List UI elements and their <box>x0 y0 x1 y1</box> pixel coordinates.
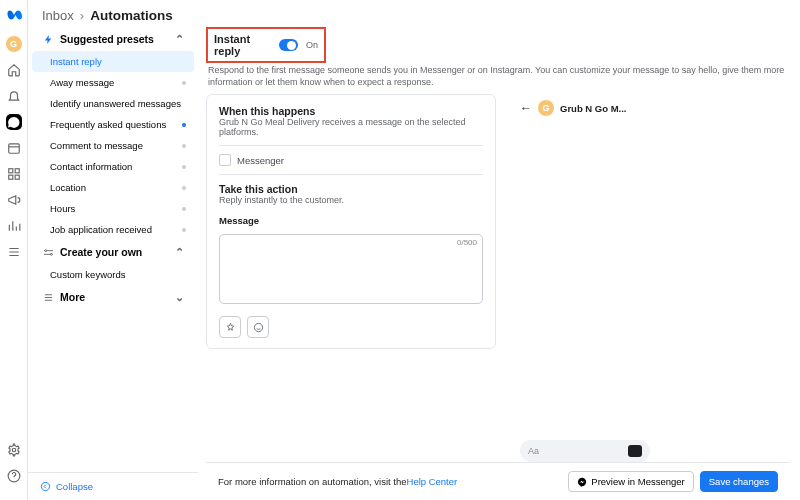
preview-avatar: G <box>538 100 554 116</box>
footer-info: For more information on automation, visi… <box>218 476 407 487</box>
sidebar-item-job[interactable]: Job application received <box>32 219 194 240</box>
checkbox-icon <box>219 154 231 166</box>
breadcrumb: Inbox › Automations <box>28 0 800 27</box>
create-header-label: Create your own <box>60 246 142 258</box>
automation-title: Instant reply <box>214 33 271 57</box>
emoji-button[interactable] <box>247 316 269 338</box>
presets-section-header[interactable]: Suggested presets ⌃ <box>32 27 194 51</box>
inbox-icon[interactable] <box>6 114 22 130</box>
svg-point-8 <box>50 253 52 255</box>
preview-business-name: Grub N Go M... <box>560 103 627 114</box>
breadcrumb-current: Automations <box>90 8 173 23</box>
svg-rect-3 <box>8 175 12 179</box>
messenger-icon <box>577 477 587 487</box>
collapse-icon <box>40 481 51 492</box>
svg-point-10 <box>41 482 49 490</box>
preview-placeholder: Aa <box>528 446 539 456</box>
message-textarea[interactable]: 0/500 <box>219 234 483 304</box>
editor-footer: For more information on automation, visi… <box>206 462 790 500</box>
bolt-icon <box>42 33 54 45</box>
channel-messenger[interactable]: Messenger <box>219 154 483 166</box>
grid-icon[interactable] <box>6 166 22 182</box>
megaphone-icon[interactable] <box>6 192 22 208</box>
more-section-header[interactable]: More ⌄ <box>32 285 194 309</box>
settings-icon[interactable] <box>6 442 22 458</box>
chevron-up-icon: ⌃ <box>175 246 184 258</box>
help-icon[interactable] <box>6 468 22 484</box>
svg-rect-2 <box>15 169 19 173</box>
action-desc: Reply instantly to the customer. <box>219 195 483 205</box>
chat-preview: ← G Grub N Go M... Aa <box>520 94 650 462</box>
menu-icon[interactable] <box>6 244 22 260</box>
more-header-label: More <box>60 291 85 303</box>
sidebar-item-keywords[interactable]: Custom keywords <box>32 264 194 285</box>
meta-logo <box>5 6 23 26</box>
presets-header-label: Suggested presets <box>60 33 154 45</box>
channel-label: Messenger <box>237 155 284 166</box>
sidebar-item-hours[interactable]: Hours <box>32 198 194 219</box>
sidebar-item-faq[interactable]: Frequently asked questions <box>32 114 194 135</box>
svg-point-9 <box>254 323 262 331</box>
collapse-sidebar[interactable]: Collapse <box>28 472 198 500</box>
char-counter: 0/500 <box>457 238 477 247</box>
automation-description: Respond to the first message someone sen… <box>206 63 790 94</box>
svg-rect-4 <box>15 175 19 179</box>
instant-reply-header: Instant reply On <box>206 27 326 63</box>
left-rail: G <box>0 0 28 500</box>
sidebar-item-contact[interactable]: Contact information <box>32 156 194 177</box>
calendar-icon[interactable] <box>6 140 22 156</box>
config-card: When this happens Grub N Go Meal Deliver… <box>206 94 496 349</box>
sticker-icon <box>628 445 642 457</box>
bell-icon[interactable] <box>6 88 22 104</box>
svg-point-5 <box>12 448 16 452</box>
action-title: Take this action <box>219 183 483 195</box>
personalize-button[interactable] <box>219 316 241 338</box>
preview-button[interactable]: Preview in Messenger <box>568 471 693 492</box>
sidebar-item-instant-reply[interactable]: Instant reply <box>32 51 194 72</box>
sidebar-item-unanswered[interactable]: Identify unanswered messages <box>32 93 194 114</box>
sliders-icon <box>42 246 54 258</box>
automation-sidebar: Suggested presets ⌃ Instant reply Away m… <box>28 27 198 500</box>
when-title: When this happens <box>219 105 483 117</box>
toggle-state-label: On <box>306 40 318 50</box>
help-center-link[interactable]: Help Center <box>407 476 458 487</box>
sidebar-item-location[interactable]: Location <box>32 177 194 198</box>
create-section-header[interactable]: Create your own ⌃ <box>32 240 194 264</box>
breadcrumb-parent[interactable]: Inbox <box>42 8 74 23</box>
svg-rect-0 <box>8 144 19 153</box>
account-avatar[interactable]: G <box>6 36 22 52</box>
save-button[interactable]: Save changes <box>700 471 778 492</box>
preview-chat-input: Aa <box>520 440 650 462</box>
home-icon[interactable] <box>6 62 22 78</box>
svg-point-7 <box>44 249 46 251</box>
insights-icon[interactable] <box>6 218 22 234</box>
message-label: Message <box>219 215 483 226</box>
list-icon <box>42 291 54 303</box>
back-arrow-icon[interactable]: ← <box>520 101 532 115</box>
svg-rect-1 <box>8 169 12 173</box>
enable-toggle[interactable] <box>279 39 298 51</box>
chevron-down-icon: ⌄ <box>175 291 184 303</box>
chevron-up-icon: ⌃ <box>175 33 184 45</box>
when-desc: Grub N Go Meal Delivery receives a messa… <box>219 117 483 137</box>
sidebar-item-away-message[interactable]: Away message <box>32 72 194 93</box>
chevron-right-icon: › <box>80 8 84 23</box>
sidebar-item-comment[interactable]: Comment to message <box>32 135 194 156</box>
